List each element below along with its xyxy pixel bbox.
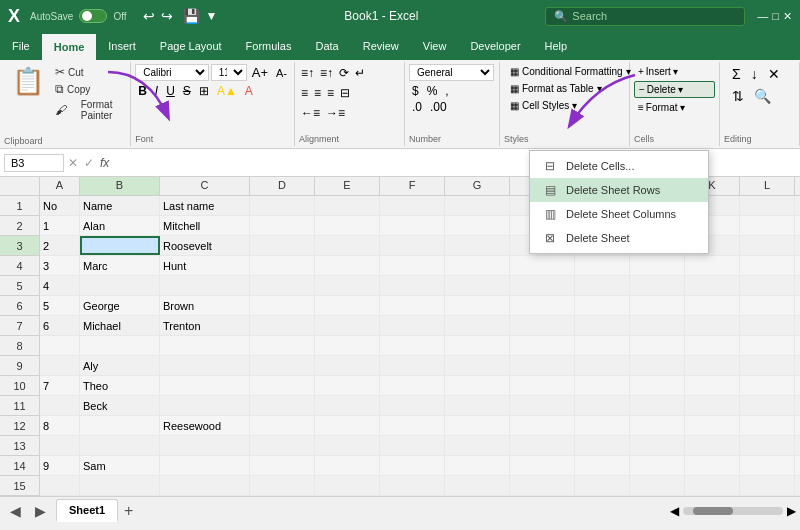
cell-A8[interactable]	[40, 336, 80, 355]
cell-E12[interactable]	[315, 416, 380, 435]
cell-A6[interactable]: 5	[40, 296, 80, 315]
cell-A7[interactable]: 6	[40, 316, 80, 335]
tab-formulas[interactable]: Formulas	[234, 32, 304, 60]
cell-L3[interactable]	[740, 236, 795, 255]
cell-E8[interactable]	[315, 336, 380, 355]
minimize-icon[interactable]: —	[757, 10, 768, 22]
sort-filter-button[interactable]: ⇅	[728, 86, 748, 106]
cell-E11[interactable]	[315, 396, 380, 415]
cell-F11[interactable]	[380, 396, 445, 415]
cell-F5[interactable]	[380, 276, 445, 295]
undo-icon[interactable]: ↩	[143, 8, 155, 24]
cell-C11[interactable]	[160, 396, 250, 415]
cell-D2[interactable]	[250, 216, 315, 235]
customize-icon[interactable]: ▼	[206, 9, 218, 23]
row-num-12[interactable]: 12	[0, 416, 39, 436]
col-header-F[interactable]: F	[380, 177, 445, 195]
delete-button[interactable]: − Delete ▾	[634, 81, 715, 98]
number-format-select[interactable]: General	[409, 64, 494, 81]
cell-M13[interactable]	[795, 436, 800, 455]
cell-B11[interactable]: Beck	[80, 396, 160, 415]
row-num-10[interactable]: 10	[0, 376, 39, 396]
cell-J7[interactable]	[630, 316, 685, 335]
cell-K8[interactable]	[685, 336, 740, 355]
cell-H14[interactable]	[510, 456, 575, 475]
cell-K6[interactable]	[685, 296, 740, 315]
col-header-A[interactable]: A	[40, 177, 80, 195]
cell-B13[interactable]	[80, 436, 160, 455]
delete-sheet-rows-item[interactable]: ▤ Delete Sheet Rows	[530, 178, 708, 202]
tab-page-layout[interactable]: Page Layout	[148, 32, 234, 60]
cell-C13[interactable]	[160, 436, 250, 455]
cell-A13[interactable]	[40, 436, 80, 455]
cell-I4[interactable]	[575, 256, 630, 275]
row-num-4[interactable]: 4	[0, 256, 39, 276]
cell-F3[interactable]	[380, 236, 445, 255]
cell-J15[interactable]	[630, 476, 685, 495]
cell-D5[interactable]	[250, 276, 315, 295]
col-header-E[interactable]: E	[315, 177, 380, 195]
delete-sheet-item[interactable]: ⊠ Delete Sheet	[530, 226, 708, 250]
cell-B1[interactable]: Name	[80, 196, 160, 215]
cell-E6[interactable]	[315, 296, 380, 315]
cell-G12[interactable]	[445, 416, 510, 435]
insert-button[interactable]: + Insert ▾	[634, 64, 715, 79]
cell-D7[interactable]	[250, 316, 315, 335]
cell-B15[interactable]	[80, 476, 160, 495]
cell-B8[interactable]	[80, 336, 160, 355]
cell-A3[interactable]: 2	[40, 236, 80, 255]
cell-D12[interactable]	[250, 416, 315, 435]
add-sheet-button[interactable]: +	[118, 502, 139, 520]
cell-K12[interactable]	[685, 416, 740, 435]
cell-F8[interactable]	[380, 336, 445, 355]
scroll-left-icon[interactable]: ◀	[670, 504, 679, 518]
prev-sheet-button[interactable]: ◀	[4, 501, 27, 521]
cell-B10[interactable]: Theo	[80, 376, 160, 395]
cell-I12[interactable]	[575, 416, 630, 435]
cell-M2[interactable]	[795, 216, 800, 235]
formula-x-icon[interactable]: ✕	[68, 156, 78, 170]
cell-G2[interactable]	[445, 216, 510, 235]
formula-check-icon[interactable]: ✓	[84, 156, 94, 170]
cell-J14[interactable]	[630, 456, 685, 475]
cell-J10[interactable]	[630, 376, 685, 395]
cell-M7[interactable]	[795, 316, 800, 335]
cell-E5[interactable]	[315, 276, 380, 295]
cell-L8[interactable]	[740, 336, 795, 355]
italic-button[interactable]: I	[152, 83, 161, 99]
cell-G5[interactable]	[445, 276, 510, 295]
cell-D3[interactable]	[250, 236, 315, 255]
cell-M3[interactable]	[795, 236, 800, 255]
indent-decrease-button[interactable]: ←≡	[299, 104, 322, 122]
tab-developer[interactable]: Developer	[458, 32, 532, 60]
cell-G11[interactable]	[445, 396, 510, 415]
cell-M9[interactable]	[795, 356, 800, 375]
cell-A1[interactable]: No	[40, 196, 80, 215]
cell-C10[interactable]	[160, 376, 250, 395]
row-num-11[interactable]: 11	[0, 396, 39, 416]
cell-J12[interactable]	[630, 416, 685, 435]
cell-K11[interactable]	[685, 396, 740, 415]
cell-A12[interactable]: 8	[40, 416, 80, 435]
cell-L6[interactable]	[740, 296, 795, 315]
cell-J5[interactable]	[630, 276, 685, 295]
cell-styles-button[interactable]: ▦ Cell Styles ▾	[504, 98, 625, 113]
cell-E1[interactable]	[315, 196, 380, 215]
cell-C12[interactable]: Reesewood	[160, 416, 250, 435]
col-header-L[interactable]: L	[740, 177, 795, 195]
cell-L15[interactable]	[740, 476, 795, 495]
format-button[interactable]: ≡ Format ▾	[634, 100, 715, 115]
decrease-decimal-button[interactable]: .0	[409, 99, 425, 115]
tab-file[interactable]: File	[0, 32, 42, 60]
cell-I14[interactable]	[575, 456, 630, 475]
cell-A4[interactable]: 3	[40, 256, 80, 275]
cell-I15[interactable]	[575, 476, 630, 495]
cell-C14[interactable]	[160, 456, 250, 475]
cell-I13[interactable]	[575, 436, 630, 455]
cell-H4[interactable]	[510, 256, 575, 275]
cell-F14[interactable]	[380, 456, 445, 475]
cell-F10[interactable]	[380, 376, 445, 395]
cell-H10[interactable]	[510, 376, 575, 395]
cell-D13[interactable]	[250, 436, 315, 455]
align-top-left-button[interactable]: ≡↑	[299, 64, 316, 82]
